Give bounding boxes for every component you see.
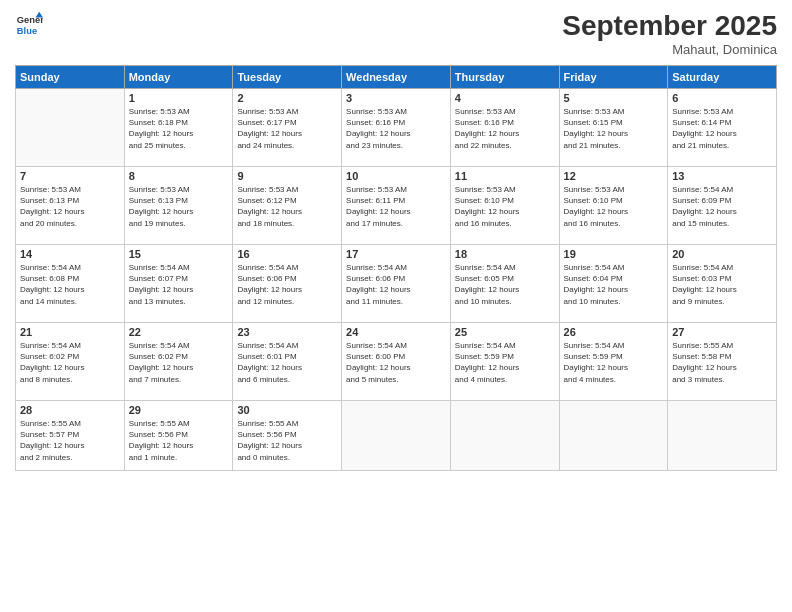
day-info: Sunrise: 5:54 AM Sunset: 6:03 PM Dayligh… — [672, 262, 772, 307]
table-row: 5Sunrise: 5:53 AM Sunset: 6:15 PM Daylig… — [559, 89, 668, 167]
header-monday: Monday — [124, 66, 233, 89]
table-row: 2Sunrise: 5:53 AM Sunset: 6:17 PM Daylig… — [233, 89, 342, 167]
day-info: Sunrise: 5:54 AM Sunset: 5:59 PM Dayligh… — [455, 340, 555, 385]
day-number: 8 — [129, 170, 229, 182]
day-number: 18 — [455, 248, 555, 260]
header-wednesday: Wednesday — [342, 66, 451, 89]
day-info: Sunrise: 5:55 AM Sunset: 5:58 PM Dayligh… — [672, 340, 772, 385]
day-number: 5 — [564, 92, 664, 104]
day-info: Sunrise: 5:55 AM Sunset: 5:57 PM Dayligh… — [20, 418, 120, 463]
day-info: Sunrise: 5:54 AM Sunset: 6:05 PM Dayligh… — [455, 262, 555, 307]
table-row: 25Sunrise: 5:54 AM Sunset: 5:59 PM Dayli… — [450, 323, 559, 401]
title-block: September 2025 Mahaut, Dominica — [562, 10, 777, 57]
day-info: Sunrise: 5:54 AM Sunset: 6:06 PM Dayligh… — [237, 262, 337, 307]
day-number: 25 — [455, 326, 555, 338]
day-number: 7 — [20, 170, 120, 182]
day-info: Sunrise: 5:53 AM Sunset: 6:18 PM Dayligh… — [129, 106, 229, 151]
table-row: 24Sunrise: 5:54 AM Sunset: 6:00 PM Dayli… — [342, 323, 451, 401]
day-number: 1 — [129, 92, 229, 104]
day-number: 3 — [346, 92, 446, 104]
day-info: Sunrise: 5:54 AM Sunset: 6:00 PM Dayligh… — [346, 340, 446, 385]
day-number: 23 — [237, 326, 337, 338]
day-number: 2 — [237, 92, 337, 104]
day-number: 4 — [455, 92, 555, 104]
day-info: Sunrise: 5:53 AM Sunset: 6:16 PM Dayligh… — [346, 106, 446, 151]
day-info: Sunrise: 5:54 AM Sunset: 6:01 PM Dayligh… — [237, 340, 337, 385]
day-number: 10 — [346, 170, 446, 182]
table-row: 29Sunrise: 5:55 AM Sunset: 5:56 PM Dayli… — [124, 401, 233, 471]
table-row: 19Sunrise: 5:54 AM Sunset: 6:04 PM Dayli… — [559, 245, 668, 323]
table-row: 8Sunrise: 5:53 AM Sunset: 6:13 PM Daylig… — [124, 167, 233, 245]
day-number: 28 — [20, 404, 120, 416]
day-info: Sunrise: 5:54 AM Sunset: 5:59 PM Dayligh… — [564, 340, 664, 385]
day-number: 24 — [346, 326, 446, 338]
day-info: Sunrise: 5:53 AM Sunset: 6:16 PM Dayligh… — [455, 106, 555, 151]
day-info: Sunrise: 5:54 AM Sunset: 6:06 PM Dayligh… — [346, 262, 446, 307]
table-row: 16Sunrise: 5:54 AM Sunset: 6:06 PM Dayli… — [233, 245, 342, 323]
day-info: Sunrise: 5:53 AM Sunset: 6:11 PM Dayligh… — [346, 184, 446, 229]
table-row: 15Sunrise: 5:54 AM Sunset: 6:07 PM Dayli… — [124, 245, 233, 323]
table-row: 26Sunrise: 5:54 AM Sunset: 5:59 PM Dayli… — [559, 323, 668, 401]
header-tuesday: Tuesday — [233, 66, 342, 89]
header-sunday: Sunday — [16, 66, 125, 89]
table-row: 13Sunrise: 5:54 AM Sunset: 6:09 PM Dayli… — [668, 167, 777, 245]
page: General Blue September 2025 Mahaut, Domi… — [0, 0, 792, 612]
day-info: Sunrise: 5:54 AM Sunset: 6:08 PM Dayligh… — [20, 262, 120, 307]
header-friday: Friday — [559, 66, 668, 89]
table-row: 3Sunrise: 5:53 AM Sunset: 6:16 PM Daylig… — [342, 89, 451, 167]
day-info: Sunrise: 5:53 AM Sunset: 6:13 PM Dayligh… — [20, 184, 120, 229]
header-saturday: Saturday — [668, 66, 777, 89]
day-info: Sunrise: 5:54 AM Sunset: 6:09 PM Dayligh… — [672, 184, 772, 229]
day-number: 19 — [564, 248, 664, 260]
table-row: 14Sunrise: 5:54 AM Sunset: 6:08 PM Dayli… — [16, 245, 125, 323]
day-number: 14 — [20, 248, 120, 260]
logo-icon: General Blue — [15, 10, 43, 38]
day-number: 20 — [672, 248, 772, 260]
day-number: 13 — [672, 170, 772, 182]
table-row: 21Sunrise: 5:54 AM Sunset: 6:02 PM Dayli… — [16, 323, 125, 401]
day-info: Sunrise: 5:53 AM Sunset: 6:13 PM Dayligh… — [129, 184, 229, 229]
table-row — [559, 401, 668, 471]
table-row: 27Sunrise: 5:55 AM Sunset: 5:58 PM Dayli… — [668, 323, 777, 401]
day-info: Sunrise: 5:54 AM Sunset: 6:02 PM Dayligh… — [129, 340, 229, 385]
table-row: 1Sunrise: 5:53 AM Sunset: 6:18 PM Daylig… — [124, 89, 233, 167]
header-thursday: Thursday — [450, 66, 559, 89]
table-row: 28Sunrise: 5:55 AM Sunset: 5:57 PM Dayli… — [16, 401, 125, 471]
table-row: 11Sunrise: 5:53 AM Sunset: 6:10 PM Dayli… — [450, 167, 559, 245]
table-row: 17Sunrise: 5:54 AM Sunset: 6:06 PM Dayli… — [342, 245, 451, 323]
day-info: Sunrise: 5:54 AM Sunset: 6:02 PM Dayligh… — [20, 340, 120, 385]
day-number: 11 — [455, 170, 555, 182]
day-info: Sunrise: 5:53 AM Sunset: 6:10 PM Dayligh… — [564, 184, 664, 229]
header: General Blue September 2025 Mahaut, Domi… — [15, 10, 777, 57]
table-row — [342, 401, 451, 471]
day-number: 16 — [237, 248, 337, 260]
table-row: 6Sunrise: 5:53 AM Sunset: 6:14 PM Daylig… — [668, 89, 777, 167]
table-row: 20Sunrise: 5:54 AM Sunset: 6:03 PM Dayli… — [668, 245, 777, 323]
day-info: Sunrise: 5:53 AM Sunset: 6:15 PM Dayligh… — [564, 106, 664, 151]
day-number: 15 — [129, 248, 229, 260]
table-row — [668, 401, 777, 471]
table-row: 18Sunrise: 5:54 AM Sunset: 6:05 PM Dayli… — [450, 245, 559, 323]
day-number: 22 — [129, 326, 229, 338]
table-row: 12Sunrise: 5:53 AM Sunset: 6:10 PM Dayli… — [559, 167, 668, 245]
day-info: Sunrise: 5:54 AM Sunset: 6:07 PM Dayligh… — [129, 262, 229, 307]
day-info: Sunrise: 5:53 AM Sunset: 6:17 PM Dayligh… — [237, 106, 337, 151]
calendar-header-row: Sunday Monday Tuesday Wednesday Thursday… — [16, 66, 777, 89]
table-row: 4Sunrise: 5:53 AM Sunset: 6:16 PM Daylig… — [450, 89, 559, 167]
day-info: Sunrise: 5:55 AM Sunset: 5:56 PM Dayligh… — [129, 418, 229, 463]
table-row — [16, 89, 125, 167]
subtitle: Mahaut, Dominica — [562, 42, 777, 57]
day-number: 27 — [672, 326, 772, 338]
table-row: 30Sunrise: 5:55 AM Sunset: 5:56 PM Dayli… — [233, 401, 342, 471]
day-info: Sunrise: 5:54 AM Sunset: 6:04 PM Dayligh… — [564, 262, 664, 307]
day-number: 30 — [237, 404, 337, 416]
day-number: 6 — [672, 92, 772, 104]
day-info: Sunrise: 5:55 AM Sunset: 5:56 PM Dayligh… — [237, 418, 337, 463]
logo: General Blue — [15, 10, 43, 38]
day-info: Sunrise: 5:53 AM Sunset: 6:12 PM Dayligh… — [237, 184, 337, 229]
day-info: Sunrise: 5:53 AM Sunset: 6:14 PM Dayligh… — [672, 106, 772, 151]
day-number: 21 — [20, 326, 120, 338]
table-row: 10Sunrise: 5:53 AM Sunset: 6:11 PM Dayli… — [342, 167, 451, 245]
calendar-table: Sunday Monday Tuesday Wednesday Thursday… — [15, 65, 777, 471]
table-row: 23Sunrise: 5:54 AM Sunset: 6:01 PM Dayli… — [233, 323, 342, 401]
